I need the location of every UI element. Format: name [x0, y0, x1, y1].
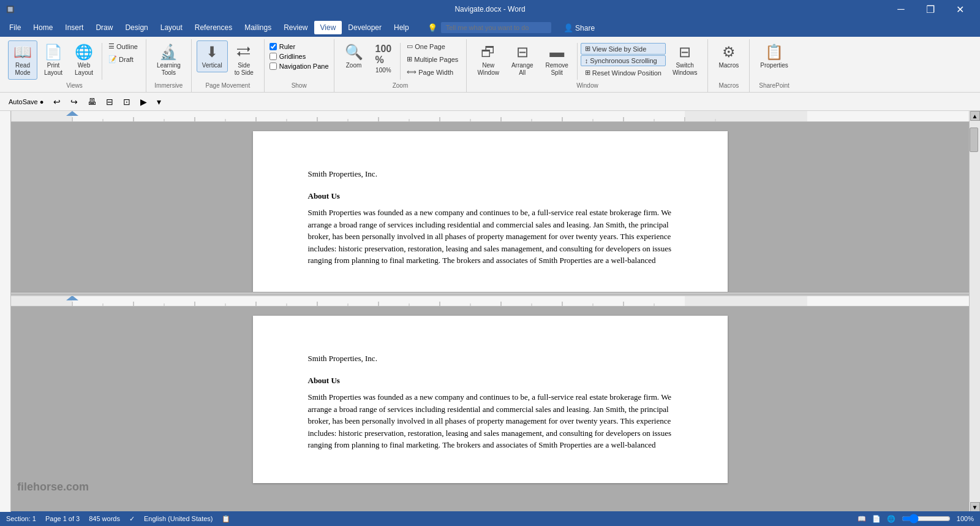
macros-group-label: Macros	[718, 82, 739, 91]
macros-button[interactable]: ⚙ Macros	[713, 40, 744, 72]
bottom-pane: Smith Properties, Inc. About Us Smith Pr…	[11, 295, 969, 512]
outline-label: Outline	[116, 43, 138, 50]
svg-rect-25	[685, 111, 807, 122]
vertical-scrollbar[interactable]: ▲ ▼	[969, 111, 980, 512]
new-window-icon: 🗗	[481, 44, 496, 61]
print-button[interactable]: 🖶	[84, 94, 100, 109]
menu-help[interactable]: Help	[388, 21, 415, 34]
menu-design[interactable]: Design	[119, 21, 154, 34]
title-bar-title: Navigate.docx - Word	[454, 5, 525, 13]
window-sub-buttons: ⊞ View Side by Side ↕ Synchronous Scroll…	[581, 40, 666, 78]
gridlines-check[interactable]	[270, 53, 277, 60]
status-right: 📖 📄 🌐 100%	[858, 514, 974, 524]
menu-references[interactable]: References	[189, 21, 238, 34]
ribbon-group-sharepoint: 📋 Properties SharePoint	[750, 39, 799, 92]
zoom-button[interactable]: 🔍 Zoom	[339, 40, 369, 72]
bottom-ruler	[11, 295, 969, 307]
menu-home[interactable]: Home	[27, 21, 59, 34]
side-to-side-button[interactable]: ⮂ Side to Side	[229, 40, 259, 80]
status-section: Section: 1	[6, 515, 36, 522]
nav-pane-check[interactable]	[270, 63, 277, 70]
pane-divider[interactable]	[11, 292, 969, 295]
status-bar: Section: 1 Page 1 of 3 845 words ✓ Engli…	[0, 511, 980, 526]
close-button[interactable]: ✕	[946, 0, 974, 18]
outline-button[interactable]: ☰ Outline	[105, 40, 141, 52]
draft-button[interactable]: 📝 Draft	[105, 53, 141, 65]
scroll-down-button[interactable]: ▼	[970, 502, 980, 512]
autosave-toggle[interactable]: AutoSave ●	[5, 96, 47, 108]
scroll-up-button[interactable]: ▲	[970, 111, 980, 121]
vertical-button[interactable]: ⬇ Vertical	[197, 40, 228, 72]
restore-button[interactable]: ❐	[916, 0, 944, 18]
page-movement-group-label: Page Movement	[205, 82, 250, 91]
zoom-100-button[interactable]: 100% 100%	[370, 40, 398, 77]
view-icon-read[interactable]: 📖	[858, 515, 866, 523]
view-icon-print[interactable]: 📄	[872, 515, 881, 523]
zoom-slider[interactable]	[902, 514, 951, 524]
gridlines-label: Gridlines	[279, 53, 306, 60]
ribbon-group-page-movement: ⬇ Vertical ⮂ Side to Side Page Movement	[192, 39, 265, 92]
multiple-pages-button[interactable]: ⊞ Multiple Pages	[404, 53, 461, 65]
menu-mailings[interactable]: Mailings	[238, 21, 277, 34]
menu-review[interactable]: Review	[277, 21, 314, 34]
web-layout-button[interactable]: 🌐 Web Layout	[69, 40, 99, 80]
ribbon-group-zoom: 🔍 Zoom 100% 100% ▭ One Page ⊞ Multiple P…	[334, 39, 467, 92]
view-icon-web[interactable]: 🌐	[887, 515, 895, 523]
share-button[interactable]: 👤 Share	[557, 21, 601, 35]
arrange-all-button[interactable]: ⊟ Arrange All	[506, 40, 539, 80]
more-button[interactable]: ▾	[153, 94, 165, 109]
side-by-side-label: View Side by Side	[592, 45, 646, 53]
side-by-side-icon: ⊞	[585, 45, 590, 53]
show-group-label: Show	[292, 82, 307, 91]
macros-icon: ⚙	[722, 44, 736, 61]
synchronous-scrolling-button[interactable]: ↕ Synchronous Scrolling	[581, 55, 666, 66]
search-input[interactable]	[441, 22, 551, 33]
scroll-track[interactable]	[970, 121, 980, 502]
gridlines-checkbox[interactable]: Gridlines	[270, 53, 329, 60]
learning-tools-button[interactable]: 🔬 Learning Tools	[151, 40, 186, 80]
view-mode-button[interactable]: ⊟	[102, 94, 117, 109]
scroll-thumb[interactable]	[970, 128, 978, 152]
print-layout-button[interactable]: 📄 Print Layout	[39, 40, 68, 80]
status-track-changes-icon: ✓	[129, 515, 135, 523]
title-bar-buttons: ─ ❐ ✕	[887, 0, 974, 18]
top-doc-page[interactable]: Smith Properties, Inc. About Us Smith Pr…	[253, 131, 728, 292]
one-page-label: One Page	[415, 43, 445, 50]
one-page-button[interactable]: ▭ One Page	[404, 40, 461, 52]
left-margin	[0, 111, 11, 512]
focus-mode-button[interactable]: ⊡	[119, 94, 134, 109]
menu-view[interactable]: View	[314, 21, 342, 34]
ribbon-group-views: 📖 Read Mode 📄 Print Layout 🌐 Web Layout …	[3, 39, 146, 92]
new-window-button[interactable]: 🗗 New Window	[472, 40, 505, 80]
bottom-doc-page[interactable]: Smith Properties, Inc. About Us Smith Pr…	[253, 316, 728, 483]
minimize-button[interactable]: ─	[887, 0, 915, 18]
menu-draw[interactable]: Draw	[89, 21, 119, 34]
redo-button[interactable]: ↪	[67, 94, 81, 109]
macros-label: Macros	[718, 62, 739, 69]
section-title-bottom: About Us	[308, 375, 673, 387]
ribbon-group-immersive: 🔬 Learning Tools Immersive	[146, 39, 192, 92]
menu-file[interactable]: File	[3, 21, 27, 34]
view-side-by-side-button[interactable]: ⊞ View Side by Side	[581, 43, 666, 55]
nav-pane-checkbox[interactable]: Navigation Pane	[270, 63, 329, 70]
menu-developer[interactable]: Developer	[342, 21, 388, 34]
read-mode-label: Read Mode	[15, 62, 30, 77]
read-mode-button[interactable]: 📖 Read Mode	[8, 40, 37, 80]
reset-window-position-button[interactable]: ⊞ Reset Window Position	[581, 67, 666, 78]
ribbon-group-show: Ruler Gridlines Navigation Pane Show	[265, 39, 334, 92]
menu-layout[interactable]: Layout	[154, 21, 189, 34]
page-width-button[interactable]: ⟺ Page Width	[404, 66, 461, 78]
window-group-label: Window	[576, 82, 598, 91]
ruler-checkbox[interactable]: Ruler	[270, 43, 329, 50]
play-button[interactable]: ▶	[137, 94, 151, 109]
side-to-side-label: Side to Side	[235, 62, 254, 77]
switch-windows-button[interactable]: ⊟ Switch Windows	[667, 40, 703, 80]
undo-button[interactable]: ↩	[50, 94, 64, 109]
ruler-check[interactable]	[270, 43, 277, 50]
properties-button[interactable]: 📋 Properties	[755, 40, 794, 72]
ribbon-group-macros: ⚙ Macros Macros	[708, 39, 750, 92]
menu-insert[interactable]: Insert	[59, 21, 89, 34]
remove-split-button[interactable]: ▬ Remove Split	[540, 40, 574, 80]
properties-icon: 📋	[765, 44, 783, 61]
reset-window-icon: ⊞	[585, 69, 590, 77]
